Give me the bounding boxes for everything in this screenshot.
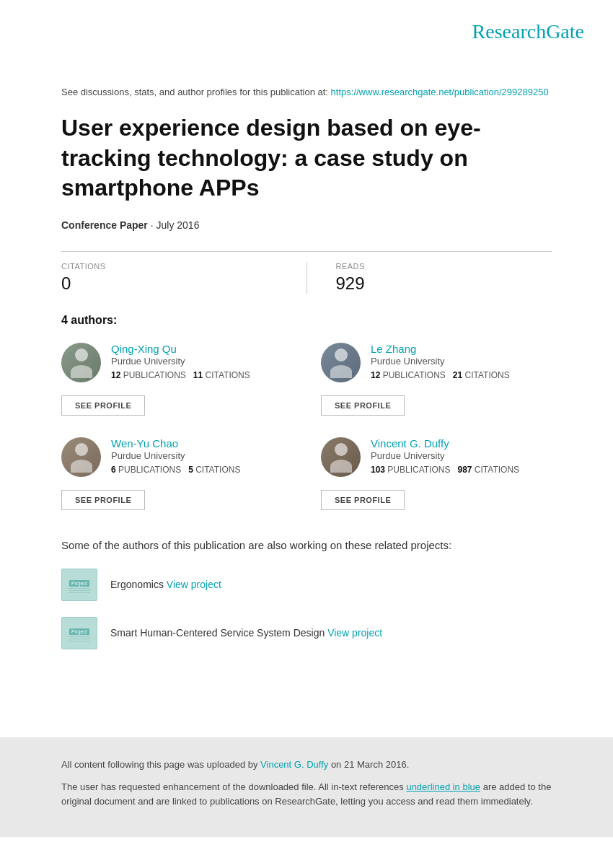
- author-card: Le Zhang Purdue University 12 PUBLICATIO…: [321, 343, 552, 416]
- see-profile-button[interactable]: SEE PROFILE: [61, 490, 145, 510]
- avatar-person-icon: [61, 437, 101, 477]
- author-top: Qing-Xing Qu Purdue University 12 PUBLIC…: [61, 343, 292, 382]
- citations-label: CITATIONS: [61, 262, 278, 271]
- author-name[interactable]: Le Zhang: [371, 343, 416, 355]
- page-wrapper: ResearchGate See discussions, stats, and…: [0, 0, 613, 868]
- footer-uploader-link[interactable]: Vincent G. Duffy: [260, 759, 328, 770]
- author-info: Le Zhang Purdue University 12 PUBLICATIO…: [371, 343, 552, 380]
- footer-upload-text: All content following this page was uplo…: [61, 758, 552, 773]
- project-item: Ergonomics View project: [61, 569, 552, 601]
- citations-value: 0: [61, 273, 278, 294]
- publication-link[interactable]: https://www.researchgate.net/publication…: [331, 87, 549, 97]
- project-item: Smart Human-Centered Service System Desi…: [61, 617, 552, 649]
- see-discussions-text: See discussions, stats, and author profi…: [61, 87, 552, 97]
- author-stats: 12 PUBLICATIONS 11 CITATIONS: [111, 370, 292, 380]
- author-top: Wen-Yu Chao Purdue University 6 PUBLICAT…: [61, 437, 292, 477]
- project-text: Ergonomics View project: [110, 579, 221, 590]
- author-avatar: [61, 343, 101, 382]
- project-icon: [61, 569, 97, 601]
- project-name: Ergonomics: [110, 579, 164, 590]
- project-name: Smart Human-Centered Service System Desi…: [110, 627, 325, 639]
- author-affiliation: Purdue University: [111, 356, 292, 367]
- author-stats: 12 PUBLICATIONS 21 CITATIONS: [371, 370, 552, 380]
- see-profile-button[interactable]: SEE PROFILE: [321, 490, 405, 510]
- author-name[interactable]: Wen-Yu Chao: [111, 437, 178, 450]
- reads-value: 929: [336, 273, 552, 294]
- author-stats: 103 PUBLICATIONS 987 CITATIONS: [371, 465, 552, 475]
- footer-note: The user has requested enhancement of th…: [61, 780, 552, 810]
- paper-type: Conference Paper · July 2016: [61, 219, 552, 231]
- citations-block: CITATIONS 0: [61, 262, 307, 294]
- author-avatar: [321, 343, 361, 382]
- header-logo-area: ResearchGate: [0, 0, 613, 58]
- author-stats: 6 PUBLICATIONS 5 CITATIONS: [111, 465, 292, 475]
- researchgate-logo: ResearchGate: [472, 20, 584, 43]
- see-profile-button[interactable]: SEE PROFILE: [61, 395, 145, 416]
- author-top: Vincent G. Duffy Purdue University 103 P…: [321, 437, 552, 477]
- author-name[interactable]: Qing-Xing Qu: [111, 343, 177, 355]
- avatar-person-icon: [61, 343, 101, 382]
- author-card: Qing-Xing Qu Purdue University 12 PUBLIC…: [61, 343, 292, 416]
- author-card: Wen-Yu Chao Purdue University 6 PUBLICAT…: [61, 437, 292, 510]
- projects-list: Ergonomics View project Smart Human-Cent…: [61, 569, 552, 649]
- authors-section-label: 4 authors:: [61, 314, 552, 327]
- author-card: Vincent G. Duffy Purdue University 103 P…: [321, 437, 552, 510]
- project-icon: [61, 617, 97, 649]
- author-affiliation: Purdue University: [371, 356, 552, 367]
- author-avatar: [61, 437, 101, 477]
- author-info: Wen-Yu Chao Purdue University 6 PUBLICAT…: [111, 437, 292, 475]
- footer: All content following this page was uplo…: [0, 737, 613, 837]
- author-top: Le Zhang Purdue University 12 PUBLICATIO…: [321, 343, 552, 382]
- author-avatar: [321, 437, 361, 477]
- stats-row: CITATIONS 0 READS 929: [61, 251, 552, 294]
- view-project-link[interactable]: View project: [327, 627, 382, 639]
- author-name[interactable]: Vincent G. Duffy: [371, 437, 449, 450]
- underlined-blue-text: underlined in blue: [406, 781, 480, 792]
- main-content: See discussions, stats, and author profi…: [0, 58, 613, 694]
- paper-title: User experience design based on eye-trac…: [61, 113, 552, 203]
- author-affiliation: Purdue University: [371, 450, 552, 461]
- reads-label: READS: [336, 262, 552, 271]
- author-affiliation: Purdue University: [111, 450, 292, 461]
- reads-block: READS 929: [307, 262, 552, 294]
- related-projects-header: Some of the authors of this publication …: [61, 539, 552, 551]
- project-text: Smart Human-Centered Service System Desi…: [110, 627, 382, 639]
- avatar-person-icon: [321, 343, 361, 382]
- view-project-link[interactable]: View project: [167, 579, 221, 590]
- paper-date: July 2016: [156, 219, 200, 231]
- authors-grid: Qing-Xing Qu Purdue University 12 PUBLIC…: [61, 343, 552, 510]
- author-info: Qing-Xing Qu Purdue University 12 PUBLIC…: [111, 343, 292, 380]
- author-info: Vincent G. Duffy Purdue University 103 P…: [371, 437, 552, 475]
- avatar-person-icon: [321, 437, 361, 477]
- see-profile-button[interactable]: SEE PROFILE: [321, 395, 405, 416]
- paper-type-label: Conference Paper: [61, 219, 148, 231]
